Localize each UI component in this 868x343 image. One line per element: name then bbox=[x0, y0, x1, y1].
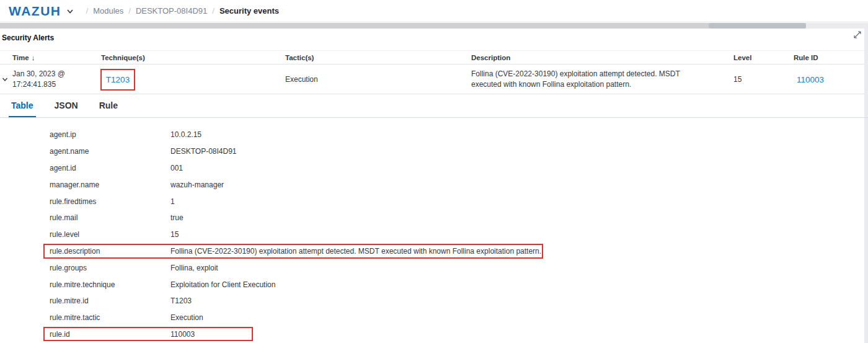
tab-table[interactable]: Table bbox=[9, 94, 36, 117]
table-row-rule-id: rule.id 110003 bbox=[0, 326, 864, 343]
vertical-scrollbar-track[interactable] bbox=[864, 29, 868, 343]
detail-value: Follina (CVE-2022-30190) exploitation at… bbox=[170, 247, 864, 256]
rule-id-cell: 110003 bbox=[797, 65, 824, 94]
detail-key: agent.ip bbox=[0, 130, 170, 139]
breadcrumb-modules[interactable]: Modules bbox=[93, 6, 123, 16]
detail-value: true bbox=[170, 213, 864, 222]
wazuh-logo[interactable]: WAZUH bbox=[9, 4, 61, 17]
detail-value: DESKTOP-08I4D91 bbox=[170, 147, 864, 156]
column-header-rule-id[interactable]: Rule ID bbox=[794, 51, 818, 65]
table-row: rule.groups Follina, exploit bbox=[0, 259, 864, 276]
breadcrumb-separator: / bbox=[128, 6, 131, 16]
tab-json[interactable]: JSON bbox=[52, 94, 81, 117]
sort-descending-icon: ↓ bbox=[32, 54, 35, 61]
detail-key: agent.name bbox=[0, 147, 170, 156]
column-header-time[interactable]: Time ↓ bbox=[12, 51, 35, 65]
detail-value: Exploitation for Client Execution bbox=[170, 280, 864, 289]
detail-value: wazuh-manager bbox=[170, 180, 864, 189]
expand-panel-icon[interactable] bbox=[853, 30, 862, 39]
table-row: rule.mail true bbox=[0, 210, 864, 226]
table-row: rule.mitre.id T1203 bbox=[0, 293, 864, 310]
alert-description: Follina (CVE-2022-30190) exploitation at… bbox=[471, 65, 701, 94]
table-row: rule.mitre.technique Exploitation for Cl… bbox=[0, 276, 864, 293]
table-row-rule-description: rule.description Follina (CVE-2022-30190… bbox=[0, 243, 864, 260]
column-header-level[interactable]: Level bbox=[733, 51, 751, 65]
column-header-description[interactable]: Description bbox=[471, 51, 510, 65]
detail-value: Follina, exploit bbox=[170, 264, 864, 272]
detail-key: rule.mail bbox=[0, 213, 170, 222]
detail-key: agent.id bbox=[0, 164, 170, 172]
detail-key: rule.description bbox=[0, 247, 170, 256]
technique-link[interactable]: T1203 bbox=[106, 75, 130, 84]
alert-time: Jan 30, 2023 @ 17:24:41.835 bbox=[12, 69, 65, 90]
detail-key: rule.groups bbox=[0, 264, 170, 272]
detail-key: manager.name bbox=[0, 180, 170, 189]
table-row: rule.firedtimes 1 bbox=[0, 193, 864, 210]
table-row: rule.level 15 bbox=[0, 226, 864, 243]
breadcrumb-separator: / bbox=[86, 6, 89, 16]
breadcrumb-agent[interactable]: DESKTOP-08I4D91 bbox=[136, 6, 207, 16]
breadcrumb: / Modules / DESKTOP-08I4D91 / Security e… bbox=[81, 6, 280, 16]
detail-value: Execution bbox=[170, 313, 864, 322]
top-navigation-bar: WAZUH / Modules / DESKTOP-08I4D91 / Secu… bbox=[0, 0, 868, 22]
table-row: agent.ip 10.0.2.15 bbox=[0, 127, 864, 143]
table-row: agent.name DESKTOP-08I4D91 bbox=[0, 143, 864, 160]
detail-tabs: Table JSON Rule bbox=[0, 94, 868, 118]
detail-value: 1 bbox=[170, 197, 864, 206]
detail-value: T1203 bbox=[170, 296, 864, 305]
detail-key: rule.mitre.technique bbox=[0, 280, 170, 289]
detail-value: 001 bbox=[170, 164, 864, 172]
detail-key: rule.mitre.tactic bbox=[0, 313, 170, 322]
detail-key: rule.id bbox=[0, 330, 170, 339]
detail-key: rule.level bbox=[0, 230, 170, 239]
column-header-technique[interactable]: Technique(s) bbox=[101, 51, 145, 65]
annotation-box-technique: T1203 bbox=[100, 69, 135, 91]
alert-detail-table: agent.ip 10.0.2.15 agent.name DESKTOP-08… bbox=[0, 118, 864, 342]
horizontal-scrollbar-end bbox=[806, 23, 868, 29]
breadcrumb-security-events: Security events bbox=[219, 6, 279, 16]
column-header-tactic[interactable]: Tactic(s) bbox=[285, 51, 314, 65]
breadcrumb-separator: / bbox=[212, 6, 215, 16]
chevron-down-icon[interactable] bbox=[65, 6, 75, 16]
table-row: agent.id 001 bbox=[0, 160, 864, 177]
horizontal-scrollbar-thumb[interactable] bbox=[709, 23, 806, 29]
alert-table-row: Jan 30, 2023 @ 17:24:41.835 T1203 Execut… bbox=[0, 65, 864, 94]
detail-key: rule.mitre.id bbox=[0, 296, 170, 305]
horizontal-scrollbar-track[interactable] bbox=[0, 23, 806, 29]
panel-title: Security Alerts bbox=[2, 33, 54, 42]
detail-value: 10.0.2.15 bbox=[170, 130, 864, 139]
detail-value: 15 bbox=[170, 230, 864, 239]
collapse-row-chevron-icon[interactable] bbox=[1, 75, 9, 84]
table-row: manager.name wazuh-manager bbox=[0, 176, 864, 193]
detail-value: 110003 bbox=[170, 330, 864, 339]
tab-rule[interactable]: Rule bbox=[97, 94, 120, 117]
alert-level: 15 bbox=[733, 65, 742, 94]
alerts-table-header: Time ↓ Technique(s) Tactic(s) Descriptio… bbox=[0, 50, 864, 65]
table-row: rule.mitre.tactic Execution bbox=[0, 310, 864, 326]
rule-id-link[interactable]: 110003 bbox=[797, 75, 824, 84]
detail-key: rule.firedtimes bbox=[0, 197, 170, 206]
alert-tactic: Execution bbox=[285, 65, 318, 94]
